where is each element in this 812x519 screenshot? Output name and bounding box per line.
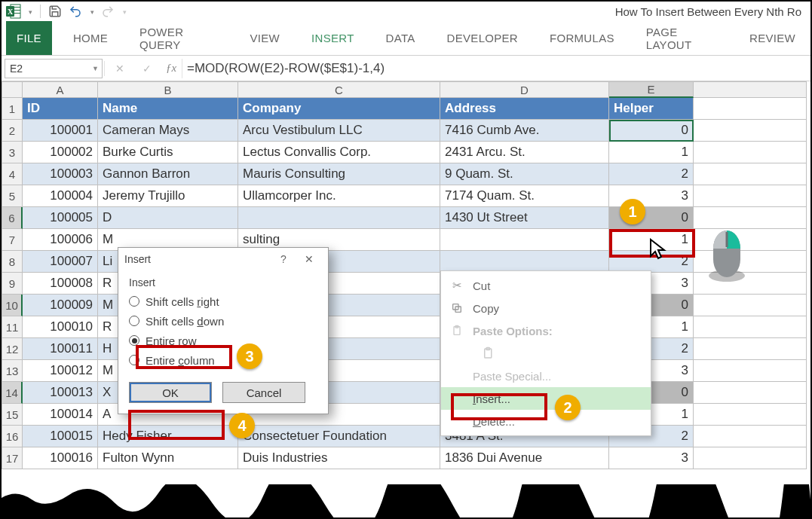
cell[interactable]: Company: [238, 98, 440, 120]
ctx-cut[interactable]: ✂Cut: [441, 274, 651, 297]
cell[interactable]: 100005: [23, 207, 98, 229]
cell[interactable]: Ullamcorper Inc.: [238, 185, 440, 207]
cell[interactable]: [694, 360, 807, 382]
cell[interactable]: [694, 382, 807, 404]
cell[interactable]: D: [98, 207, 238, 229]
cell[interactable]: 100009: [23, 295, 98, 316]
cell[interactable]: 100007: [23, 251, 98, 273]
radio-entire-row[interactable]: Entire row: [129, 331, 317, 350]
enter-formula-icon[interactable]: ✓: [133, 59, 161, 78]
row-header[interactable]: 2: [2, 120, 23, 142]
cell[interactable]: Jeremy Trujillo: [98, 185, 238, 207]
tab-data[interactable]: DATA: [375, 21, 426, 55]
cell[interactable]: 1836 Dui Avenue: [440, 447, 609, 469]
cell[interactable]: [694, 404, 807, 426]
cell[interactable]: 3: [609, 447, 694, 469]
ctx-copy[interactable]: Copy: [441, 297, 651, 319]
cell[interactable]: 100004: [23, 185, 98, 207]
row-header[interactable]: 12: [2, 338, 23, 360]
row-header[interactable]: 7: [2, 229, 23, 251]
cell[interactable]: 100002: [23, 142, 98, 163]
undo-icon[interactable]: [68, 5, 83, 18]
ctx-insert[interactable]: Insert...: [441, 387, 651, 410]
close-icon[interactable]: ✕: [296, 250, 322, 268]
cell[interactable]: 100012: [23, 360, 98, 382]
cell[interactable]: Cameran Mays: [98, 120, 238, 142]
row-header[interactable]: 9: [2, 273, 23, 295]
row-header[interactable]: 10: [2, 295, 23, 316]
cell[interactable]: [694, 338, 807, 360]
formula-input[interactable]: =MOD(ROW(E2)-ROW($E$1)-1,4): [182, 59, 807, 78]
row-header[interactable]: 5: [2, 185, 23, 207]
cell[interactable]: [694, 185, 807, 207]
cell[interactable]: Address: [440, 98, 609, 120]
row-header[interactable]: 3: [2, 142, 23, 163]
cell[interactable]: 100006: [23, 229, 98, 251]
row-header[interactable]: 1: [2, 98, 23, 120]
cell[interactable]: [238, 207, 440, 229]
radio-shift-down[interactable]: Shift cells down: [129, 311, 317, 331]
cell[interactable]: [440, 251, 609, 273]
row-header[interactable]: 15: [2, 404, 23, 426]
cell[interactable]: 100016: [23, 447, 98, 469]
tab-formulas[interactable]: FORMULAS: [539, 21, 625, 55]
cell[interactable]: Gannon Barron: [98, 163, 238, 185]
cell[interactable]: 7174 Quam. St.: [440, 185, 609, 207]
row-header[interactable]: 13: [2, 360, 23, 382]
cell[interactable]: 2431 Arcu. St.: [440, 142, 609, 163]
tab-review[interactable]: REVIEW: [739, 21, 806, 55]
col-header-A[interactable]: A: [23, 81, 98, 98]
cell[interactable]: [440, 229, 609, 251]
row-header[interactable]: 4: [2, 163, 23, 185]
radio-entire-column[interactable]: Entire column: [129, 350, 317, 370]
cell[interactable]: [694, 426, 807, 447]
cancel-button[interactable]: Cancel: [222, 382, 305, 403]
cell[interactable]: Helper: [609, 98, 694, 120]
ok-button[interactable]: OK: [129, 382, 212, 403]
cell[interactable]: 100001: [23, 120, 98, 142]
undo-dropdown-icon[interactable]: [89, 6, 94, 17]
tab-view[interactable]: VIEW: [240, 21, 291, 55]
redo-dropdown-icon[interactable]: [121, 6, 127, 17]
radio-shift-right[interactable]: Shift cells right: [129, 292, 317, 311]
tab-insert[interactable]: INSERT: [301, 21, 365, 55]
row-header[interactable]: 14: [2, 382, 23, 404]
cell[interactable]: 100010: [23, 316, 98, 338]
select-all-corner[interactable]: [2, 81, 23, 98]
cell[interactable]: 9 Quam. St.: [440, 163, 609, 185]
tab-file[interactable]: FILE: [6, 21, 52, 55]
cell[interactable]: [694, 120, 807, 142]
cell[interactable]: Name: [98, 98, 238, 120]
cell[interactable]: 2: [609, 163, 694, 185]
redo-icon[interactable]: [100, 5, 115, 18]
cell[interactable]: 100013: [23, 382, 98, 404]
col-header-B[interactable]: B: [98, 81, 238, 98]
cell[interactable]: Duis Industries: [238, 447, 440, 469]
cell[interactable]: 1430 Ut Street: [440, 207, 609, 229]
cell[interactable]: [694, 316, 807, 338]
cell[interactable]: 100014: [23, 404, 98, 426]
tab-power-query[interactable]: POWER QUERY: [129, 21, 228, 55]
ctx-delete[interactable]: Delete...: [441, 410, 651, 432]
row-header[interactable]: 16: [2, 426, 23, 447]
name-box[interactable]: E2▼: [5, 59, 103, 78]
cell[interactable]: 7416 Cumb Ave.: [440, 120, 609, 142]
tab-developer[interactable]: DEVELOPER: [437, 21, 529, 55]
cell[interactable]: 1: [609, 142, 694, 163]
qat-dropdown-icon[interactable]: [27, 6, 32, 17]
cell[interactable]: [694, 98, 807, 120]
help-button[interactable]: ?: [271, 250, 296, 268]
row-header[interactable]: 11: [2, 316, 23, 338]
cell[interactable]: [694, 163, 807, 185]
cell[interactable]: 0: [609, 120, 694, 142]
row-header[interactable]: 6: [2, 207, 23, 229]
cell[interactable]: Fulton Wynn: [98, 447, 238, 469]
cell[interactable]: 1: [609, 229, 694, 251]
cell[interactable]: Burke Curtis: [98, 142, 238, 163]
col-header-blank[interactable]: [694, 81, 807, 98]
cell[interactable]: 100011: [23, 338, 98, 360]
save-icon[interactable]: [48, 5, 62, 18]
tab-page-layout[interactable]: PAGE LAYOUT: [636, 21, 728, 55]
cancel-formula-icon[interactable]: ✕: [106, 59, 133, 78]
cell[interactable]: [694, 295, 807, 316]
